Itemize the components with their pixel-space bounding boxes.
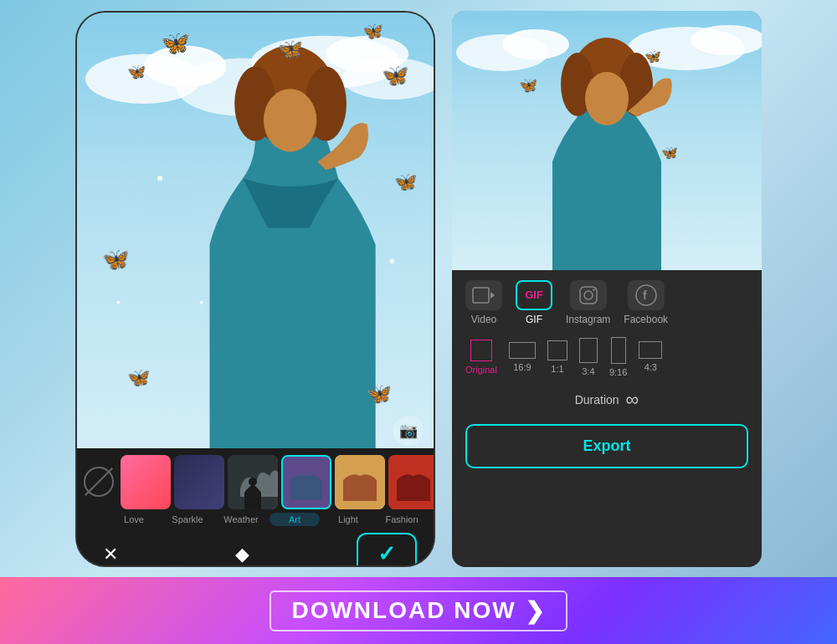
svg-point-14 xyxy=(117,300,121,304)
format-tab-gif[interactable]: GIF GIF xyxy=(516,280,552,325)
aspect-label-16-9: 16:9 xyxy=(513,362,531,372)
filter-thumb-art[interactable] xyxy=(281,455,331,509)
left-photo-area: 🦋 🦋 🦋 🦋 🦋 🦋 🦋 🦋 🦋 📷 xyxy=(77,13,434,456)
butterfly-5: 🦋 xyxy=(382,63,408,89)
facebook-format-label: Facebook xyxy=(624,314,668,325)
aspect-1-1[interactable]: 1:1 xyxy=(547,340,567,374)
filter-label-fashion: Fashion xyxy=(377,514,427,524)
aspect-label-3-4: 3:4 xyxy=(582,366,594,376)
svg-point-16 xyxy=(249,478,257,486)
video-format-icon xyxy=(465,280,502,310)
left-phone: 🦋 🦋 🦋 🦋 🦋 🦋 🦋 🦋 🦋 📷 xyxy=(75,11,435,567)
right-photo-preview: 🦋 🦋 🦋 xyxy=(452,11,762,270)
aspect-label-9-16: 9:16 xyxy=(609,367,627,377)
svg-marker-33 xyxy=(490,292,495,299)
video-format-label: Video xyxy=(471,314,496,325)
aspect-shape-original xyxy=(470,340,492,361)
download-border: DOWNLOAD NOW ❯ xyxy=(270,590,567,631)
aspect-shape-16-9 xyxy=(509,342,536,359)
svg-point-36 xyxy=(593,289,594,290)
aspect-9-16[interactable]: 9:16 xyxy=(609,337,627,377)
format-tab-video[interactable]: Video xyxy=(465,280,502,325)
aspect-shape-9-16 xyxy=(611,337,626,364)
aspect-label-original: Original xyxy=(465,365,497,375)
duration-row: Duration ∞ xyxy=(465,389,748,411)
erase-button[interactable]: ◆ xyxy=(225,544,259,565)
svg-point-10 xyxy=(264,89,316,151)
filter-thumb-sparkle[interactable] xyxy=(174,455,224,509)
app-area: 🦋 🦋 🦋 🦋 🦋 🦋 🦋 🦋 🦋 📷 xyxy=(0,0,837,577)
svg-point-12 xyxy=(200,300,203,304)
filter-thumb-weather[interactable] xyxy=(228,455,278,509)
aspect-shape-1-1 xyxy=(547,340,567,360)
aspect-ratio-tabs: Original 16:9 1:1 3:4 9:16 xyxy=(465,337,748,377)
instagram-format-icon xyxy=(570,280,607,310)
download-text: DOWNLOAD NOW ❯ xyxy=(291,597,545,625)
butterfly-3: 🦋 xyxy=(127,63,146,81)
svg-text:f: f xyxy=(643,289,647,302)
butterfly-7: 🦋 xyxy=(102,247,129,273)
svg-point-11 xyxy=(157,176,162,181)
butterfly-9: 🦋 xyxy=(367,382,392,406)
filter-label-light: Light xyxy=(323,514,373,524)
format-tab-facebook[interactable]: f Facebook xyxy=(624,280,668,325)
aspect-3-4[interactable]: 3:4 xyxy=(579,338,598,376)
format-tab-instagram[interactable]: Instagram xyxy=(566,280,610,325)
svg-point-13 xyxy=(389,258,394,263)
close-button[interactable]: ✕ xyxy=(94,544,127,565)
aspect-original[interactable]: Original xyxy=(465,340,497,375)
gif-format-icon: GIF xyxy=(516,280,552,310)
duration-label: Duration xyxy=(575,393,619,406)
butterfly-4: 🦋 xyxy=(362,21,383,41)
aspect-shape-3-4 xyxy=(579,338,598,363)
download-label: DOWNLOAD NOW xyxy=(291,597,516,624)
download-arrow: ❯ xyxy=(525,597,546,625)
gif-format-label: GIF xyxy=(526,314,542,325)
filter-thumb-light[interactable] xyxy=(335,455,385,509)
svg-text:🦋: 🦋 xyxy=(519,76,538,95)
filter-thumb-love[interactable] xyxy=(121,455,171,509)
svg-point-35 xyxy=(584,291,593,299)
duration-value: ∞ xyxy=(626,389,639,411)
no-filter-button[interactable] xyxy=(84,467,114,497)
butterfly-1: 🦋 xyxy=(161,29,190,57)
aspect-16-9[interactable]: 16:9 xyxy=(509,342,536,372)
butterfly-2: 🦋 xyxy=(278,38,303,61)
filter-label-sparkle: Sparkle xyxy=(162,514,213,524)
right-panel: 🦋 🦋 🦋 Video GIF GIF xyxy=(452,11,762,567)
filter-thumb-fashion[interactable] xyxy=(388,455,435,509)
aspect-label-1-1: 1:1 xyxy=(551,364,563,374)
download-banner[interactable]: DOWNLOAD NOW ❯ xyxy=(0,577,837,644)
export-button[interactable]: Export xyxy=(465,424,748,468)
svg-point-22 xyxy=(502,29,569,59)
left-phone-toolbar: Love Sparkle Weather Art Light Fashion ✕… xyxy=(77,448,434,565)
instagram-format-label: Instagram xyxy=(566,314,610,325)
camera-icon[interactable]: 📷 xyxy=(393,416,424,446)
svg-text:🦋: 🦋 xyxy=(644,49,661,64)
filter-label-art: Art xyxy=(270,513,320,526)
svg-point-28 xyxy=(585,72,629,125)
svg-rect-32 xyxy=(473,288,489,303)
confirm-button[interactable]: ✓ xyxy=(357,533,417,567)
filter-label-weather: Weather xyxy=(216,514,266,524)
butterfly-6: 🦋 xyxy=(394,171,417,193)
facebook-format-icon: f xyxy=(628,280,665,310)
butterfly-8: 🦋 xyxy=(127,367,150,389)
aspect-label-4-3: 4:3 xyxy=(644,362,657,372)
filter-label-love: Love xyxy=(109,514,159,524)
aspect-shape-4-3 xyxy=(639,341,662,359)
format-tabs: Video GIF GIF Instagram f Facebook xyxy=(465,280,748,325)
export-options: Video GIF GIF Instagram f Facebook xyxy=(452,270,762,478)
svg-text:🦋: 🦋 xyxy=(661,145,678,161)
aspect-4-3[interactable]: 4:3 xyxy=(639,341,662,372)
